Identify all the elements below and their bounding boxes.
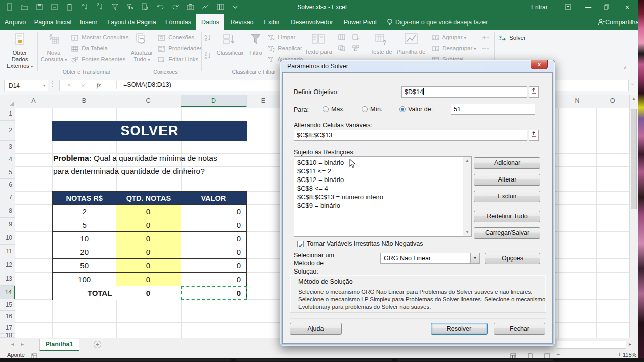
reset-all-button[interactable]: Redefinir Tudo [474, 211, 540, 222]
row-header[interactable]: 14 [0, 286, 15, 299]
row-header[interactable]: 1 [0, 108, 15, 121]
cell-total-label[interactable]: TOTAL [53, 286, 116, 300]
share-button[interactable]: Compartilhar [605, 14, 637, 30]
column-header-b[interactable]: B [52, 95, 116, 107]
zoom-level[interactable]: 115% [623, 352, 636, 358]
row-header[interactable]: 11 [0, 245, 15, 258]
name-box[interactable]: D14 ▾ [4, 80, 48, 91]
agrupar-button[interactable]: Agrupar ▾ [432, 34, 466, 42]
hide-detail-icon[interactable] [482, 45, 490, 52]
row-header[interactable]: 16 [0, 311, 15, 322]
filtro-button[interactable]: Filtro [246, 32, 266, 56]
solver-button[interactable]: ? Solver [498, 34, 526, 42]
ribbon-display-options-icon[interactable] [565, 4, 571, 11]
zoom-slider-thumb[interactable] [593, 353, 597, 358]
objective-input[interactable]: $D$14 [401, 86, 527, 98]
header-valor[interactable]: VALOR [181, 192, 246, 205]
row-header[interactable]: 15 [0, 299, 15, 311]
load-save-button[interactable]: Carregar/Salvar [474, 227, 540, 239]
options-button[interactable]: Opções [485, 253, 540, 264]
formula-bar-expand-icon[interactable]: ˅ [631, 82, 634, 87]
radio-min[interactable] [362, 106, 368, 112]
obter-dados-externos-button[interactable]: Obter Dados Externos ▾ [4, 32, 35, 70]
select-all-corner[interactable] [0, 95, 15, 107]
objective-range-picker[interactable] [529, 86, 539, 98]
hscroll-right-icon[interactable]: ▸ [629, 341, 631, 347]
header-notas[interactable]: NOTAS R$ [53, 192, 116, 205]
cell-qtd[interactable]: 0 [116, 273, 181, 286]
column-header-n[interactable]: N [558, 95, 596, 107]
vertical-scrollbar[interactable]: ▲ [629, 95, 638, 338]
cell-qtd[interactable]: 0 [116, 232, 181, 245]
variables-input[interactable]: $C$8:$C$13 [294, 130, 527, 141]
constraint-item[interactable]: $C$10 = binário [294, 158, 463, 167]
dialog-close-button[interactable]: x [531, 60, 548, 69]
close-button[interactable]: × [625, 0, 629, 14]
constraint-item[interactable]: $C$11 <= 2 [294, 167, 463, 175]
help-button[interactable]: Ajuda [290, 323, 342, 335]
cell-nota[interactable]: 10 [53, 232, 116, 245]
tab-exibir[interactable]: Exibir [260, 14, 284, 30]
solver-banner-cell[interactable]: SOLVER [52, 121, 247, 141]
cell-valor[interactable]: 0 [181, 273, 246, 286]
conexoes-button[interactable]: Conexões [158, 34, 194, 42]
cell-valor[interactable]: 0 [181, 205, 246, 218]
constraints-listbox[interactable]: $C$10 = binário$C$11 <= 2$C$12 = binário… [294, 156, 472, 237]
flash-fill-icon[interactable] [338, 34, 345, 41]
column-header-o[interactable]: O [596, 95, 629, 107]
sort-za-button[interactable] [204, 52, 213, 60]
radio-value-of[interactable] [399, 106, 406, 112]
row-header[interactable]: 4 [0, 153, 15, 166]
cell-nota[interactable]: 50 [53, 259, 116, 273]
tab-pagina-inicial[interactable]: Página Inicial [29, 14, 76, 30]
radio-max[interactable] [323, 106, 329, 112]
desagrupar-button[interactable]: Desagrupar ▾ [432, 45, 476, 53]
tab-revisao[interactable]: Revisão [227, 14, 257, 30]
nova-consulta-button[interactable]: Nova Consulta ▾ [39, 32, 68, 63]
enter-formula-icon[interactable]: ✓ [78, 80, 89, 90]
sheet-nav-left-icon[interactable]: ◂ [11, 341, 14, 347]
row-header[interactable]: 9 [0, 218, 15, 231]
row-header[interactable]: 12 [0, 258, 15, 272]
scroll-up-icon[interactable]: ▲ [630, 95, 638, 103]
zoom-in-icon[interactable]: + [618, 351, 621, 358]
horizontal-scrollbar[interactable] [557, 341, 626, 349]
planilha-de-previsao-button[interactable]: Planilha de [396, 32, 426, 55]
cancel-formula-icon[interactable]: × [64, 80, 75, 90]
insert-function-icon[interactable]: fx [93, 80, 104, 90]
sheet-tab-planilha1[interactable]: Planilha1 [39, 339, 79, 351]
row-header[interactable]: 2 [0, 121, 15, 141]
constraint-item[interactable]: $C$8 <= 4 [294, 184, 463, 193]
tab-power-pivot[interactable]: Power Pivot [340, 14, 380, 30]
tab-dados[interactable]: Dados [196, 14, 224, 30]
row-header[interactable]: 6 [0, 179, 15, 191]
minimize-button[interactable]: — [585, 0, 591, 14]
column-header-c[interactable]: C [116, 95, 181, 107]
cell-nota[interactable]: 100 [53, 273, 116, 286]
cell-total-qtd[interactable]: 0 [116, 286, 181, 300]
row-header[interactable]: 5 [0, 166, 15, 179]
tell-me-box[interactable]: Diga-me o que você deseja fazer [395, 14, 496, 30]
cell-qtd[interactable]: 0 [116, 259, 181, 273]
cell-qtd[interactable]: 0 [116, 245, 181, 259]
header-qtd[interactable]: QTD. NOTAS [116, 192, 181, 205]
consolidate-icon[interactable] [352, 45, 359, 52]
zoom-slider[interactable] [564, 355, 616, 355]
listbox-scroll-down-icon[interactable]: ▼ [463, 228, 471, 236]
constraint-item[interactable]: $C$9 = binário [294, 201, 463, 210]
column-header-d[interactable]: D [181, 95, 247, 107]
remove-duplicates-icon[interactable] [338, 45, 345, 52]
row-header[interactable]: 3 [0, 141, 15, 153]
listbox-scrollbar[interactable]: ▲ ▼ [463, 157, 471, 236]
tab-layout[interactable]: Layout da Página [104, 14, 160, 30]
mostrar-consultas-button[interactable]: Mostrar Consultas [71, 34, 129, 42]
classificar-button[interactable]: Classificar [215, 32, 245, 56]
row-header[interactable]: 18 [0, 334, 15, 338]
non-negative-label[interactable]: Tornar Variáveis Irrestritas Não Negativ… [307, 240, 423, 247]
constraint-item[interactable]: $C$8:$C$13 = número inteiro [294, 193, 463, 201]
zoom-out-icon[interactable]: − [556, 351, 560, 358]
non-negative-checkbox[interactable] [297, 241, 304, 247]
row-header[interactable]: 7 [0, 191, 15, 204]
cell-valor[interactable]: 0 [181, 245, 246, 259]
variables-range-picker[interactable] [529, 130, 539, 141]
